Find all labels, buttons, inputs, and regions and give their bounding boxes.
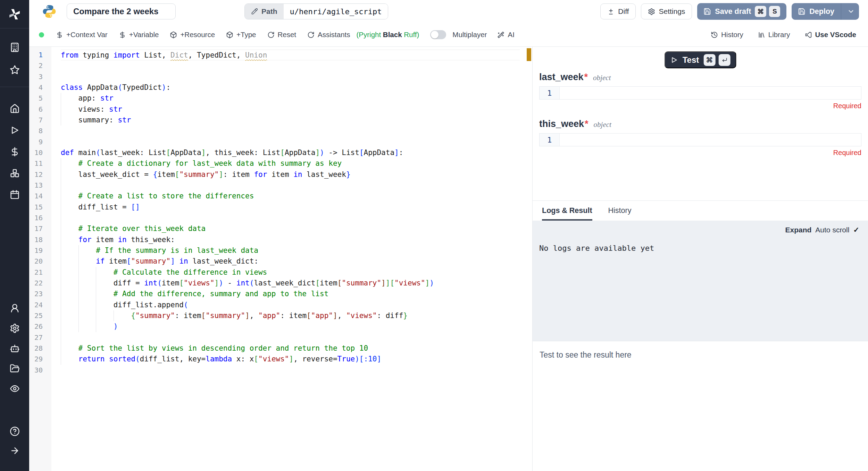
code-line-2 [61, 60, 520, 71]
script-title-input[interactable] [67, 3, 176, 19]
deploy-button[interactable]: Deploy [792, 3, 859, 20]
deploy-dropdown[interactable] [846, 8, 856, 15]
input-edit-area[interactable] [560, 87, 861, 99]
input-edit-area[interactable] [560, 134, 861, 146]
gear-icon[interactable] [10, 323, 20, 333]
settings-button[interactable]: Settings [641, 3, 692, 19]
arg-type: object [594, 120, 611, 129]
indent-guide [61, 278, 61, 289]
tab-history[interactable]: History [608, 201, 632, 221]
code-line-29: return sorted(diff_list, key=lambda x: x… [61, 354, 520, 365]
help-circle-icon[interactable] [10, 426, 20, 436]
refresh-icon [307, 31, 315, 38]
indent-guide [61, 289, 61, 299]
code-line-30 [61, 365, 520, 376]
save-draft-button[interactable]: Save draft ⌘S [697, 3, 786, 20]
diff-button-label: Diff [618, 7, 629, 16]
star-icon[interactable] [10, 65, 20, 75]
toolbar-history-button[interactable]: History [711, 31, 743, 39]
line-number: 12 [29, 169, 51, 180]
key-badge: S [769, 6, 780, 17]
indent-guide [96, 300, 96, 310]
play-icon [670, 56, 678, 64]
line-number: 3 [29, 71, 51, 82]
arrow-right-icon[interactable] [10, 446, 20, 456]
code-line-12: last_week_dict = {item["summary"]: item … [61, 169, 520, 180]
line-number: 16 [29, 213, 51, 223]
eye-icon[interactable] [10, 384, 20, 394]
toolbar-library-button[interactable]: Library [758, 31, 790, 39]
arg-last_week: last_week*object1Required [539, 72, 861, 110]
line-number: 1 [29, 50, 51, 60]
arg-this_week: this_week*object1Required [539, 119, 861, 157]
test-button[interactable]: Test ⌘ [665, 51, 736, 68]
indent-guide [114, 310, 114, 321]
folder-open-icon[interactable] [10, 363, 20, 374]
arg-name: this_week [539, 119, 584, 129]
code-line-27 [61, 332, 520, 343]
diff-button[interactable]: Diff [600, 3, 636, 19]
tab-logs-result[interactable]: Logs & Result [542, 201, 592, 221]
dollar-icon [56, 31, 63, 38]
code-line-23: # Add the difference, summary and app to… [61, 289, 520, 299]
vscode-icon [805, 31, 812, 38]
user-icon[interactable] [10, 303, 20, 313]
windmill-logo-icon[interactable] [0, 0, 29, 28]
toolbar-type-button[interactable]: +Type [226, 31, 256, 39]
required-message: Required [539, 149, 861, 157]
toolbar-resource-button[interactable]: +Resource [170, 31, 215, 39]
check-icon[interactable]: ✓ [853, 226, 859, 234]
dollar-icon[interactable] [10, 147, 20, 157]
boxes-icon[interactable] [10, 168, 20, 178]
assistants-status: (Pyright Black Ruff) [357, 31, 419, 39]
path-control[interactable]: Path u/henri/agile_script [244, 3, 388, 19]
code-editor[interactable]: 1234567891011121314151617181920212223242… [29, 47, 532, 471]
toolbar-button-label: History [721, 31, 743, 39]
code-line-4: class AppData(TypedDict): [61, 82, 520, 93]
indent-guide [61, 223, 61, 234]
play-icon[interactable] [10, 125, 20, 135]
code-line-22: diff = int(item["views"]) - int(last_wee… [61, 278, 520, 289]
save-draft-label: Save draft [715, 7, 751, 16]
line-number: 10 [29, 147, 51, 158]
line-number: 8 [29, 126, 51, 136]
history-icon [711, 31, 718, 38]
calendar-icon[interactable] [10, 190, 20, 200]
tab-label: History [608, 206, 632, 215]
auto-scroll-toggle[interactable]: Auto scroll [815, 226, 849, 234]
arg-name: last_week [539, 72, 584, 83]
arg-json-input[interactable]: 1 [539, 86, 861, 100]
line-number: 28 [29, 343, 51, 354]
home-icon[interactable] [10, 104, 20, 114]
expand-logs-button[interactable]: Expand [785, 226, 811, 234]
sidebar-divider [0, 87, 29, 87]
toolbar-reset-button[interactable]: Reset [267, 31, 297, 39]
line-number: 27 [29, 332, 51, 343]
toolbar-context-var-button[interactable]: +Context Var [56, 31, 108, 39]
result-placeholder: Test to see the result here [540, 350, 861, 360]
bot-icon[interactable] [10, 343, 20, 353]
indent-guide [61, 180, 61, 191]
test-button-label: Test [683, 55, 699, 65]
line-number: 5 [29, 93, 51, 104]
toolbar-use-vscode-button[interactable]: Use VScode [805, 31, 857, 39]
building-icon[interactable] [10, 42, 20, 52]
assistants-status-close: ) [417, 31, 419, 38]
multiplayer-toggle[interactable] [430, 30, 446, 39]
ai-button[interactable]: AI [497, 31, 514, 39]
required-asterisk: * [584, 72, 588, 83]
toolbar-button-label: Reset [278, 31, 297, 39]
ai-label: AI [508, 31, 514, 39]
package-icon [170, 31, 177, 38]
indent-guide [78, 289, 79, 299]
toolbar-assistants-button[interactable]: Assistants [307, 31, 350, 39]
line-number: 6 [29, 104, 51, 115]
line-number: 22 [29, 278, 51, 289]
logs-panel: Expand Auto scroll ✓ No logs are availab… [533, 221, 868, 341]
code-line-18: for item in this_week: [61, 234, 520, 245]
arg-json-input[interactable]: 1 [539, 133, 861, 146]
line-number: 15 [29, 202, 51, 213]
line-number: 14 [29, 191, 51, 202]
assistants-pyright: Pyright [359, 31, 381, 38]
toolbar-variable-button[interactable]: +Variable [119, 31, 159, 39]
